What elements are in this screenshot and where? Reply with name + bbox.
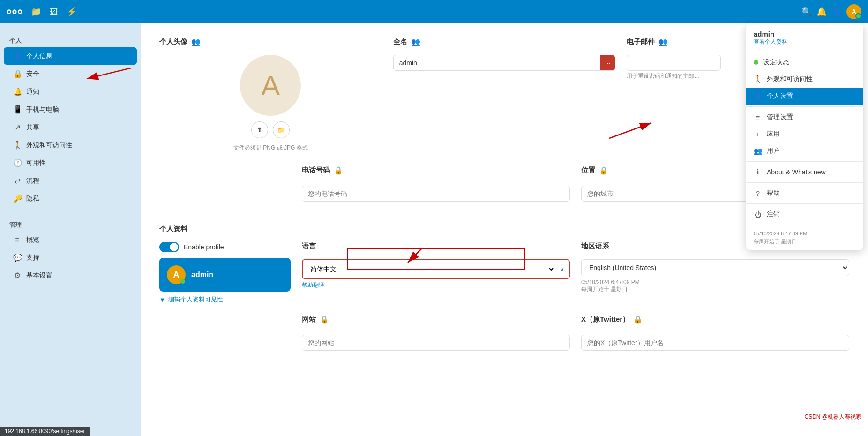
dropdown-view-profile[interactable]: 查看个人资料	[754, 38, 856, 46]
sidebar-item-label: 手机与电脑	[26, 105, 59, 114]
dropdown-item-label: 用户	[767, 147, 780, 155]
sidebar-item-overview[interactable]: ≡ 概览	[4, 232, 137, 248]
plus-icon: +	[754, 130, 762, 138]
sidebar-item-label: 通知	[26, 88, 39, 96]
csdn-watermark: CSDN @机器人赛视家	[802, 412, 863, 422]
user-avatar[interactable]: A	[846, 4, 861, 19]
fullname-section: 全名 👥 ···	[393, 38, 616, 152]
enable-profile-row: Enable profile	[159, 242, 291, 252]
fullname-action-button[interactable]: ···	[600, 55, 615, 70]
dropdown-item-logout[interactable]: ⏻ 注销	[746, 206, 863, 223]
spacer-phone	[159, 166, 291, 202]
dropdown-username: admin	[754, 30, 856, 38]
avatar-section: 个人头像 👥 A ⬆ 📁 文件必须是 PNG 或 JPG 格式	[159, 38, 382, 152]
topbar-right: 🔍 🔔 👤 A	[801, 4, 861, 19]
svg-point-4	[14, 11, 16, 13]
sidebar-item-sharing[interactable]: ↗ 共享	[4, 119, 137, 136]
contacts-icon[interactable]: 👤	[831, 7, 842, 17]
profile-left: Enable profile A admin ▼ 编辑个人资料可见性	[159, 242, 291, 304]
email-input[interactable]	[627, 55, 721, 71]
dropdown-item-appearance[interactable]: 🚶 外观和可访问性	[746, 71, 863, 88]
avatar-hint: 文件必须是 PNG 或 JPG 格式	[233, 144, 308, 152]
accessibility-icon: 🚶	[754, 75, 762, 83]
dropdown-timestamp: 05/10/2024 6:47:09 PM 每周开始于 星期日	[746, 227, 863, 250]
help-icon: ?	[754, 189, 762, 197]
sidebar-item-support[interactable]: 💬 支持	[4, 249, 137, 266]
enable-profile-toggle[interactable]	[159, 242, 179, 252]
avatar-upload-button[interactable]: ⬆	[251, 121, 268, 138]
sidebar-item-privacy[interactable]: 🔑 隐私	[4, 190, 137, 207]
bell-icon: 🔔	[13, 87, 22, 96]
accessibility-icon: 🚶	[13, 141, 22, 150]
chat-icon: 💬	[13, 253, 22, 262]
avatar-circle: A	[240, 55, 301, 116]
nextcloud-logo[interactable]	[7, 7, 22, 16]
dropdown-item-personal-settings[interactable]: 👤 个人设置	[746, 88, 863, 105]
dropdown-item-label: 个人设置	[767, 92, 793, 100]
website-section: 网站 🔒	[302, 315, 570, 351]
sidebar-item-label: 安全	[26, 70, 39, 78]
lock-icon-twitter: 🔒	[633, 315, 643, 324]
user-dropdown: admin 查看个人资料 设定状态 🚶 外观和可访问性 👤 个人设置 ≡ 管理设…	[746, 23, 863, 250]
lock-icon-location: 🔒	[599, 166, 608, 175]
chevron-down-icon: ∨	[555, 265, 569, 273]
phone-title: 电话号码 🔒	[302, 166, 570, 175]
lock-icon: 🔒	[13, 69, 22, 78]
language-select-container: 简体中文 English ∨	[302, 259, 570, 279]
language-title: 语言	[302, 242, 570, 251]
avatar-section-title: 个人头像 👥	[159, 38, 382, 46]
edit-visibility-link[interactable]: ▼ 编辑个人资料可见性	[159, 295, 291, 304]
fullname-input[interactable]	[394, 55, 600, 70]
sidebar-item-label: 个人信息	[26, 52, 52, 60]
layout: 个人 👤 个人信息 🔒 安全 🔔 通知 📱 手机与电脑 ↗ 共享 🚶 外观和可访…	[0, 23, 868, 436]
people-icon: 👥	[191, 38, 201, 46]
website-input[interactable]	[302, 335, 570, 351]
dropdown-item-about[interactable]: ℹ About & What's new	[746, 164, 863, 180]
bell-icon[interactable]: 🔔	[816, 7, 827, 17]
dropdown-divider-5	[746, 203, 863, 204]
sidebar-item-availability[interactable]: 🕐 可用性	[4, 154, 137, 172]
sidebar-item-basic-settings[interactable]: ⚙ 基本设置	[4, 267, 137, 284]
language-select[interactable]: 简体中文 English	[303, 260, 555, 278]
dropdown-divider-1	[746, 52, 863, 52]
photos-icon[interactable]: 🖼	[50, 7, 58, 17]
translate-help-link[interactable]: 帮助翻译	[302, 281, 570, 289]
person-icon: 👤	[754, 92, 762, 100]
sidebar-item-security[interactable]: 🔒 安全	[4, 65, 137, 83]
dropdown-item-status[interactable]: 设定状态	[746, 54, 863, 71]
sidebar-item-personal-info[interactable]: 👤 个人信息	[4, 47, 137, 65]
dropdown-divider-2	[746, 106, 863, 107]
people-icon3: 👥	[658, 38, 668, 46]
dropdown-header: admin 查看个人资料	[746, 23, 863, 50]
sidebar-item-workflows[interactable]: ⇄ 流程	[4, 172, 137, 189]
activity-icon[interactable]: ⚡	[67, 7, 77, 17]
sidebar: 个人 👤 个人信息 🔒 安全 🔔 通知 📱 手机与电脑 ↗ 共享 🚶 外观和可访…	[0, 23, 141, 436]
twitter-input[interactable]	[581, 335, 849, 351]
sidebar-item-label: 隐私	[26, 195, 39, 203]
phone-input[interactable]	[302, 186, 570, 202]
dropdown-item-label: 管理设置	[767, 113, 793, 121]
search-icon[interactable]: 🔍	[801, 7, 812, 17]
sidebar-item-label: 流程	[26, 177, 39, 185]
avatar-folder-button[interactable]: 📁	[273, 121, 290, 138]
sidebar-item-notifications[interactable]: 🔔 通知	[4, 83, 137, 100]
locale-section: 地区语系 English (United States) 中文（简体） 05/1…	[581, 242, 849, 304]
dropdown-item-apps[interactable]: + 应用	[746, 126, 863, 143]
sidebar-item-mobile[interactable]: 📱 手机与电脑	[4, 101, 137, 118]
sidebar-section-admin: 管理	[0, 217, 141, 231]
sidebar-section-personal: 个人	[0, 33, 141, 47]
lock-icon-phone: 🔒	[334, 166, 343, 175]
dropdown-item-admin-settings[interactable]: ≡ 管理设置	[746, 109, 863, 126]
dropdown-item-help[interactable]: ? 帮助	[746, 185, 863, 202]
topbar: 📁 🖼 ⚡ 🔍 🔔 👤 A	[0, 0, 868, 23]
people-icon2: 👥	[411, 38, 420, 46]
flow-icon: ⇄	[13, 176, 22, 185]
avatar-actions: ⬆ 📁	[251, 121, 290, 138]
dropdown-item-users[interactable]: 👥 用户	[746, 143, 863, 159]
dropdown-item-label: 设定状态	[763, 58, 789, 67]
language-section: 语言 简体中文 English ∨ 帮助翻译	[302, 242, 570, 304]
profile-card-avatar: A	[167, 265, 186, 284]
files-icon[interactable]: 📁	[31, 7, 41, 17]
sidebar-item-appearance[interactable]: 🚶 外观和可访问性	[4, 136, 137, 154]
locale-select[interactable]: English (United States) 中文（简体）	[581, 259, 849, 276]
